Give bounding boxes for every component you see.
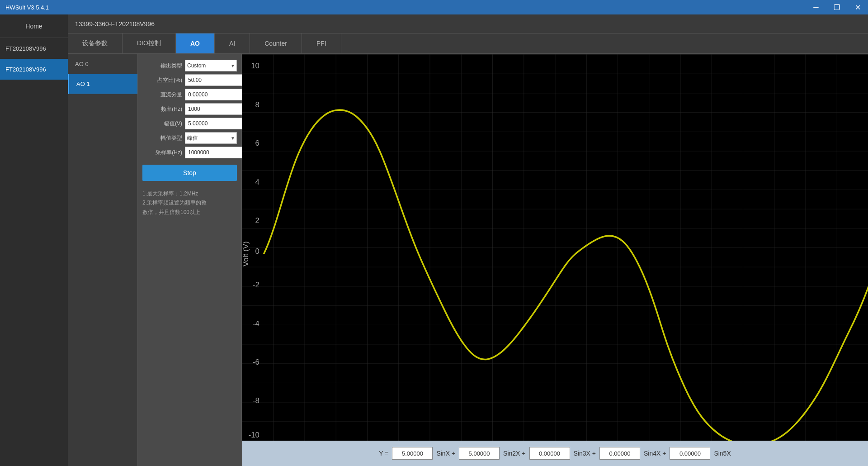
info-line-1: 1.最大采样率：1.2MHz <box>142 189 237 198</box>
info-text: 1.最大采样率：1.2MHz 2.采样率频设置为频率的整 数倍，并且倍数100以… <box>142 189 237 217</box>
chart-svg: 10 8 6 4 2 0 -2 -4 -6 -8 -10 V <box>242 54 868 441</box>
tab-settings[interactable]: 设备参数 <box>68 33 123 53</box>
formula-coef5-input[interactable] <box>670 447 710 460</box>
amplitude-type-row: 幅值类型 峰值 RMS ▼ <box>142 132 237 144</box>
dc-component-label: 直流分量 <box>142 91 182 99</box>
formula-coef3-label: Sin3X + <box>574 450 596 457</box>
svg-text:-6: -6 <box>253 358 259 366</box>
frequency-label: 频率(Hz) <box>142 105 182 113</box>
svg-text:6: 6 <box>255 139 259 147</box>
sidebar-item-device-active[interactable]: FT202108V996 <box>0 59 68 80</box>
content-area: 13399-3360-FT202108V996 设备参数 DIO控制 AO AI… <box>68 14 868 466</box>
formula-coef4-label: Sin4X + <box>644 450 666 457</box>
duty-cycle-row: 占空比(%) <box>142 74 237 86</box>
formula-prefix: Y = <box>379 450 388 457</box>
output-type-select[interactable]: Custom Sine Square <box>185 60 237 71</box>
ao-sidebar: AO 0 AO 1 <box>68 54 138 466</box>
inner-content: AO 0 AO 1 输出类型 Custom Sine Square <box>68 54 868 466</box>
amplitude-type-select[interactable]: 峰值 RMS <box>185 132 237 144</box>
sample-rate-label: 采样率(Hz) <box>142 149 182 157</box>
svg-text:Volt (V): Volt (V) <box>242 241 250 266</box>
title-bar: HWSuit V3.5.4.1 ─ ❐ ✕ <box>0 0 868 14</box>
chart-container: 10 8 6 4 2 0 -2 -4 -6 -8 -10 V <box>242 54 868 466</box>
svg-text:-4: -4 <box>253 319 259 328</box>
output-type-select-wrapper: Custom Sine Square ▼ <box>185 60 237 71</box>
amplitude-row: 幅值(V) <box>142 118 237 129</box>
formula-coef1-label: SinX + <box>436 450 455 457</box>
controls-panel: 输出类型 Custom Sine Square ▼ 占空比(%) <box>138 54 242 466</box>
svg-text:10: 10 <box>251 62 259 70</box>
formula-coef3-input[interactable] <box>529 447 570 460</box>
svg-text:2: 2 <box>255 216 259 225</box>
tab-pfi[interactable]: PFI <box>302 33 341 53</box>
frequency-row: 频率(Hz) <box>142 103 237 115</box>
app-title: HWSuit V3.5.4.1 <box>5 4 49 11</box>
formula-coef4-input[interactable] <box>599 447 640 460</box>
device-name: 13399-3360-FT202108V996 <box>75 20 155 28</box>
svg-rect-1 <box>242 54 868 441</box>
duty-cycle-label: 占空比(%) <box>142 76 182 84</box>
amplitude-label: 幅值(V) <box>142 120 182 128</box>
formula-coef5-label: Sin5X <box>714 450 731 457</box>
formula-bar: Y = SinX + Sin2X + Sin3X + Sin4X + Sin5X <box>242 441 868 466</box>
output-type-label: 输出类型 <box>142 62 182 70</box>
svg-text:-10: -10 <box>249 431 259 439</box>
sidebar-item-device[interactable]: FT202108V996 <box>0 38 68 59</box>
main-layout: Home FT202108V996 FT202108V996 13399-336… <box>0 14 868 466</box>
minimize-button[interactable]: ─ <box>806 0 826 14</box>
tab-ai[interactable]: AI <box>215 33 250 53</box>
close-button[interactable]: ✕ <box>847 0 868 14</box>
svg-text:-8: -8 <box>253 396 259 405</box>
sidebar: Home FT202108V996 FT202108V996 <box>0 14 68 466</box>
output-type-row: 输出类型 Custom Sine Square ▼ <box>142 60 237 71</box>
formula-coef2-label: Sin2X + <box>503 450 525 457</box>
sample-rate-row: 采样率(Hz) <box>142 147 237 158</box>
formula-coef2-input[interactable] <box>459 447 500 460</box>
svg-text:0: 0 <box>255 247 259 256</box>
chart-area: 10 8 6 4 2 0 -2 -4 -6 -8 -10 V <box>242 54 868 441</box>
info-line-2: 2.采样率频设置为频率的整 <box>142 198 237 207</box>
tab-dio[interactable]: DIO控制 <box>123 33 176 53</box>
info-line-3: 数倍，并且倍数100以上 <box>142 208 237 217</box>
svg-text:8: 8 <box>255 100 259 109</box>
svg-text:-2: -2 <box>253 281 259 289</box>
dc-component-row: 直流分量 <box>142 89 237 100</box>
ao-panel: AO 0 AO 1 输出类型 Custom Sine Square <box>68 54 868 466</box>
amplitude-type-label: 幅值类型 <box>142 134 182 142</box>
restore-button[interactable]: ❐ <box>826 0 847 14</box>
tab-bar: 设备参数 DIO控制 AO AI Counter PFI <box>68 33 868 54</box>
ao-channel-1[interactable]: AO 1 <box>68 74 137 94</box>
home-button[interactable]: Home <box>0 14 68 38</box>
device-name-bar: 13399-3360-FT202108V996 <box>68 14 868 33</box>
window-controls: ─ ❐ ✕ <box>806 0 868 14</box>
ao-channel-0[interactable]: AO 0 <box>68 54 137 74</box>
stop-button[interactable]: Stop <box>142 165 237 181</box>
svg-text:4: 4 <box>255 177 259 186</box>
tab-counter[interactable]: Counter <box>250 33 302 53</box>
formula-coef1-input[interactable] <box>392 447 433 460</box>
tab-ao[interactable]: AO <box>176 33 215 53</box>
amplitude-type-select-wrapper: 峰值 RMS ▼ <box>185 132 237 144</box>
